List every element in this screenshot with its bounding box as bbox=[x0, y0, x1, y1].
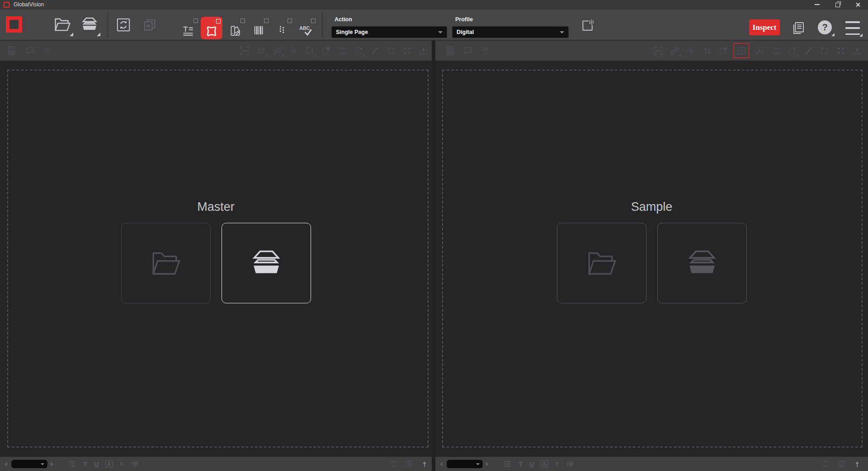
underline-tool-button[interactable]: U bbox=[94, 461, 99, 468]
sample-refresh-button[interactable] bbox=[770, 45, 781, 56]
restore-button[interactable] bbox=[827, 0, 848, 9]
svg-text:OCR: OCR bbox=[655, 49, 661, 52]
graphics-inspection-checkbox[interactable] bbox=[216, 19, 221, 24]
sample-crop-button[interactable] bbox=[702, 45, 712, 56]
master-load-file-button[interactable] bbox=[121, 223, 211, 303]
color-inspection-checkbox[interactable] bbox=[241, 19, 245, 23]
spelling-inspection-checkbox[interactable] bbox=[311, 19, 316, 23]
open-master-file-button[interactable] bbox=[51, 13, 74, 36]
sample-fit-view-button[interactable] bbox=[835, 45, 846, 56]
master-crosshair-button[interactable] bbox=[288, 45, 299, 56]
master-scan-button[interactable] bbox=[222, 223, 311, 303]
sample-pages-button[interactable] bbox=[837, 460, 846, 469]
open-file-dropdown-arrow[interactable] bbox=[70, 33, 73, 36]
eyedropper-icon bbox=[804, 46, 813, 56]
close-button[interactable] bbox=[848, 0, 868, 9]
mode-color-inspection[interactable] bbox=[224, 17, 246, 39]
menu-dropdown-arrow[interactable] bbox=[859, 33, 863, 37]
master-eyedropper-button[interactable] bbox=[369, 45, 380, 56]
master-refresh-button[interactable] bbox=[337, 45, 348, 56]
master-fit-view-button[interactable] bbox=[402, 45, 413, 56]
sample-prev-page-button[interactable] bbox=[440, 462, 443, 466]
sample-rotate-button[interactable] bbox=[787, 45, 797, 56]
sample-next-page-button[interactable] bbox=[486, 462, 489, 466]
text-tool-button[interactable]: T bbox=[83, 460, 87, 468]
sample-page-selector[interactable] bbox=[446, 459, 483, 469]
rotate-dropdown-arrow[interactable] bbox=[363, 54, 365, 57]
delete-annotation-button[interactable]: × bbox=[119, 460, 123, 468]
profile-settings-button[interactable] bbox=[579, 17, 597, 35]
sample-load-file-button[interactable] bbox=[557, 223, 646, 303]
minimize-button[interactable] bbox=[807, 0, 827, 9]
master-page-selector[interactable] bbox=[11, 459, 48, 469]
barcode-inspection-checkbox[interactable] bbox=[264, 19, 269, 23]
frame-text-tool-button[interactable]: A bbox=[105, 461, 113, 467]
scan-dropdown-arrow[interactable] bbox=[97, 33, 100, 36]
master-save-image-button[interactable] bbox=[418, 45, 429, 56]
underline-tool-button[interactable]: U bbox=[529, 461, 534, 468]
text-inspection-checkbox[interactable] bbox=[193, 19, 198, 23]
delete-annotation-button[interactable]: × bbox=[555, 460, 559, 468]
sample-save-image-button[interactable] bbox=[852, 45, 863, 56]
sync-button[interactable] bbox=[113, 14, 134, 35]
help-button[interactable]: ? bbox=[818, 20, 832, 34]
mode-barcode-inspection[interactable] bbox=[248, 17, 269, 39]
menu-button[interactable] bbox=[845, 21, 860, 35]
action-dropdown[interactable]: Single Page bbox=[331, 26, 447, 38]
move-region-icon bbox=[718, 46, 728, 56]
sample-reload-button[interactable] bbox=[821, 460, 830, 469]
crop-dropdown-arrow[interactable] bbox=[314, 54, 316, 57]
master-comment-button[interactable] bbox=[24, 45, 35, 56]
export-pages-button[interactable] bbox=[139, 14, 160, 35]
master-lasso-button[interactable] bbox=[255, 45, 266, 56]
sample-split-compare-button[interactable] bbox=[733, 43, 750, 58]
master-brightness-button[interactable] bbox=[42, 45, 53, 56]
sample-brightness-button[interactable] bbox=[481, 45, 491, 56]
master-next-page-button[interactable] bbox=[51, 462, 53, 466]
master-ocr-button[interactable]: OCR bbox=[239, 45, 250, 56]
profile-dropdown[interactable]: Digital bbox=[452, 26, 569, 38]
mode-spelling-inspection[interactable]: ABC bbox=[295, 17, 316, 39]
rotate-dropdown-arrow[interactable] bbox=[796, 54, 798, 57]
master-add-region-button[interactable] bbox=[386, 45, 396, 56]
master-reload-button[interactable] bbox=[388, 460, 397, 469]
sample-toolbar-left-group: PDF bbox=[444, 41, 491, 61]
list-icon[interactable] bbox=[503, 460, 512, 468]
master-pages-button[interactable] bbox=[404, 460, 413, 469]
sample-move-region-button[interactable] bbox=[718, 45, 729, 56]
text-tool-button[interactable]: T bbox=[519, 460, 523, 468]
workspace: PDF OCR bbox=[0, 41, 868, 471]
sample-comment-button[interactable] bbox=[462, 45, 473, 56]
sample-eyedropper-button[interactable] bbox=[803, 45, 814, 56]
sample-add-region-button[interactable] bbox=[819, 45, 830, 56]
master-measure-button[interactable] bbox=[272, 45, 283, 56]
master-pdf-button[interactable]: PDF bbox=[6, 45, 17, 56]
master-prev-page-button[interactable] bbox=[5, 462, 7, 466]
frame-text-tool-button[interactable]: A bbox=[541, 461, 548, 467]
sample-upload-button[interactable] bbox=[853, 460, 862, 469]
report-button[interactable] bbox=[789, 19, 807, 37]
sample-resize-region-button[interactable] bbox=[754, 45, 765, 56]
lasso-dropdown-arrow[interactable] bbox=[265, 54, 267, 57]
mode-text-inspection[interactable] bbox=[177, 17, 199, 39]
master-move-region-button[interactable] bbox=[321, 45, 331, 56]
indent-settings-icon[interactable] bbox=[131, 460, 139, 468]
sample-measure-button[interactable] bbox=[669, 45, 680, 56]
list-icon[interactable] bbox=[68, 460, 76, 468]
sample-pdf-button[interactable]: PDF bbox=[444, 45, 455, 56]
indent-settings-icon[interactable] bbox=[566, 460, 575, 468]
master-upload-button[interactable] bbox=[420, 460, 429, 469]
inspect-button[interactable]: Inspect bbox=[749, 19, 780, 35]
sample-scan-button[interactable] bbox=[657, 223, 747, 303]
scan-master-button[interactable] bbox=[78, 13, 101, 36]
measure-dropdown-arrow[interactable] bbox=[281, 54, 283, 57]
master-rotate-button[interactable] bbox=[353, 45, 364, 56]
help-dropdown-arrow[interactable] bbox=[831, 33, 835, 36]
master-crop-button[interactable] bbox=[304, 45, 315, 56]
sample-crosshair-button[interactable] bbox=[685, 45, 696, 56]
braille-inspection-checkbox[interactable] bbox=[288, 19, 292, 23]
mode-graphics-inspection[interactable] bbox=[201, 17, 222, 39]
mode-braille-inspection[interactable] bbox=[271, 17, 293, 39]
measure-dropdown-arrow[interactable] bbox=[679, 54, 681, 57]
sample-ocr-button[interactable]: OCR bbox=[653, 45, 664, 56]
